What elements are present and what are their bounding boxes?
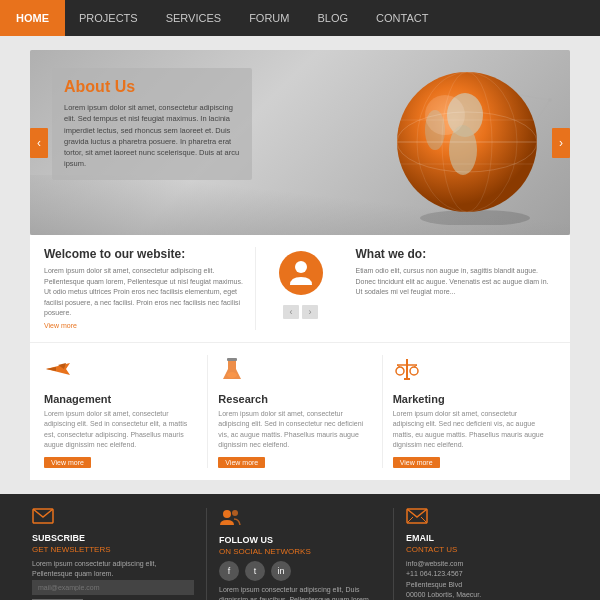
email-tel2: Pellentesque Blvd	[406, 580, 568, 591]
avatar-section: ‹ ›	[266, 247, 336, 330]
svg-point-41	[223, 510, 231, 518]
svg-point-36	[410, 367, 418, 375]
social-text: Lorem ipsum consectetur adipiscing elit,…	[219, 585, 381, 601]
nav-home[interactable]: HOME	[0, 0, 65, 36]
management-text: Lorem ipsum dolor sit amet, consectetur …	[44, 409, 197, 451]
linkedin-icon[interactable]: in	[271, 561, 291, 581]
navbar: HOME PROJECTS SERVICES FORUM BLOG CONTAC…	[0, 0, 600, 36]
social-heading: FOLLOW US	[219, 535, 381, 545]
marketing-btn[interactable]: View more	[393, 457, 440, 468]
svg-point-35	[396, 367, 404, 375]
flask-icon	[218, 355, 246, 383]
welcome-text: Lorem ipsum dolor sit amet, consectetur …	[44, 266, 245, 319]
nav-forum[interactable]: FORUM	[235, 0, 303, 36]
research-text: Lorem ipsum dolor sit amet, consectetur …	[218, 409, 371, 451]
avatar	[279, 251, 323, 295]
twitter-icon[interactable]: t	[245, 561, 265, 581]
email-tel1: +11 064.123.4567	[406, 569, 568, 580]
svg-rect-31	[227, 358, 237, 361]
person-icon	[288, 259, 314, 287]
email-address1: info@website.com	[406, 559, 568, 570]
nav-contact[interactable]: CONTACT	[362, 0, 442, 36]
management-btn[interactable]: View more	[44, 457, 91, 468]
marketing-text: Lorem ipsum dolor sit amet, consectetur …	[393, 409, 546, 451]
airplane-icon	[44, 355, 72, 383]
what-we-do-section: What we do: Etiam odio elit, cursus non …	[346, 247, 557, 330]
marketing-title: Marketing	[393, 393, 546, 405]
research-title: Research	[218, 393, 371, 405]
services-row: Management Lorem ipsum dolor sit amet, c…	[30, 342, 570, 480]
footer-email: EMAIL CONTACT US info@website.com +11 06…	[394, 508, 580, 601]
hero-body-text: Lorem ipsum dolor sit amet, consectetur …	[64, 102, 240, 170]
next-dot[interactable]: ›	[302, 305, 318, 319]
info-row: Welcome to our website: Lorem ipsum dolo…	[30, 235, 570, 342]
email-sub: CONTACT US	[406, 545, 568, 554]
svg-rect-39	[404, 378, 410, 380]
svg-marker-29	[46, 367, 56, 371]
social-links: f t in	[219, 561, 381, 581]
what-we-do-heading: What we do:	[356, 247, 557, 261]
service-management: Management Lorem ipsum dolor sit amet, c…	[44, 355, 208, 468]
footer-subscribe: SUBSCRIBE GET NEWSLETTERS Lorem ipsum co…	[20, 508, 207, 601]
hero-title: About Us	[64, 78, 240, 96]
management-icon	[44, 355, 197, 389]
nav-blog[interactable]: BLOG	[303, 0, 362, 36]
svg-point-27	[295, 261, 307, 273]
mail-icon	[406, 508, 428, 524]
subscribe-icon	[32, 508, 194, 529]
footer-social: FOLLOW US ON SOCIAL NETWORKS f t in Lore…	[207, 508, 394, 601]
svg-point-32	[227, 372, 237, 378]
svg-line-45	[421, 517, 427, 523]
hero-slider: About Us Lorem ipsum dolor sit amet, con…	[30, 50, 570, 235]
svg-point-26	[425, 95, 465, 135]
subscribe-text: Lorem ipsum consectetur adipiscing elit,…	[32, 559, 194, 580]
svg-point-42	[232, 510, 238, 516]
welcome-heading: Welcome to our website:	[44, 247, 245, 261]
facebook-icon[interactable]: f	[219, 561, 239, 581]
slider-nav-dots: ‹ ›	[283, 305, 318, 319]
nav-projects[interactable]: PROJECTS	[65, 0, 152, 36]
marketing-icon	[393, 355, 546, 389]
management-title: Management	[44, 393, 197, 405]
envelope-icon	[32, 508, 54, 524]
research-icon	[218, 355, 371, 389]
view-more-link[interactable]: View more	[44, 322, 77, 329]
social-sub: ON SOCIAL NETWORKS	[219, 547, 381, 556]
hero-box: About Us Lorem ipsum dolor sit amet, con…	[52, 68, 252, 180]
research-btn[interactable]: View more	[218, 457, 265, 468]
email-address: 00000 Lobortis, Maecur.	[406, 590, 568, 600]
subscribe-email-input[interactable]	[32, 580, 194, 595]
subscribe-sub: GET NEWSLETTERS	[32, 545, 194, 554]
welcome-section: Welcome to our website: Lorem ipsum dolo…	[44, 247, 256, 330]
footer: SUBSCRIBE GET NEWSLETTERS Lorem ipsum co…	[0, 494, 600, 601]
what-we-do-text: Etiam odio elit, cursus non augue in, sa…	[356, 266, 557, 298]
social-icon	[219, 508, 381, 531]
service-research: Research Lorem ipsum dolor sit amet, con…	[218, 355, 382, 468]
hero-next-button[interactable]: ›	[552, 128, 570, 158]
service-marketing: Marketing Lorem ipsum dolor sit amet, co…	[393, 355, 556, 468]
prev-dot[interactable]: ‹	[283, 305, 299, 319]
subscribe-heading: SUBSCRIBE	[32, 533, 194, 543]
main-wrapper: About Us Lorem ipsum dolor sit amet, con…	[0, 36, 600, 494]
scale-icon	[393, 355, 421, 383]
people-icon	[219, 508, 241, 526]
svg-line-44	[407, 517, 413, 523]
hero-prev-button[interactable]: ‹	[30, 128, 48, 158]
email-icon	[406, 508, 568, 529]
hero-content: About Us Lorem ipsum dolor sit amet, con…	[52, 68, 252, 180]
hero-wave	[30, 175, 570, 235]
nav-services[interactable]: SERVICES	[152, 0, 235, 36]
email-heading: EMAIL	[406, 533, 568, 543]
